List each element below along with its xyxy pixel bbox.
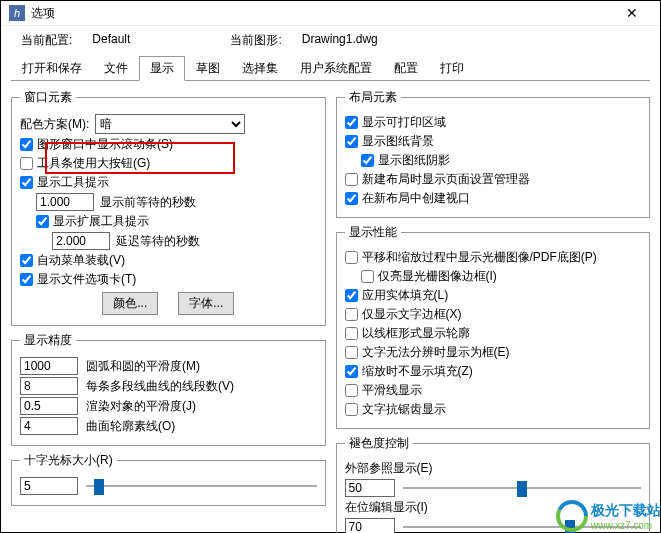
cb-text-frame-only[interactable] [345, 308, 358, 321]
cb-auto-menu-load[interactable] [20, 254, 33, 267]
tab-profiles[interactable]: 配置 [383, 56, 429, 81]
cb-antialias-text[interactable] [345, 403, 358, 416]
cb-paper-shadow[interactable] [361, 154, 374, 167]
lbl-show-file-tabs: 显示文件选项卡(T) [37, 271, 136, 288]
legend-display-precision: 显示精度 [20, 332, 76, 349]
lbl-text-frame-only: 仅显示文字边框(X) [362, 306, 462, 323]
options-dialog: h 选项 ✕ 当前配置: Default 当前图形: Drawing1.dwg … [0, 0, 661, 533]
input-render-smooth[interactable] [20, 397, 78, 415]
cb-large-buttons[interactable] [20, 157, 33, 170]
left-column: 窗口元素 配色方案(M): 暗 图形窗口中显示滚动条(S) 工具条使用大按钮(G… [11, 89, 326, 533]
lbl-inplace-fade: 在位编辑显示(I) [345, 499, 428, 516]
slider-xref-fade[interactable] [403, 479, 642, 497]
tab-print[interactable]: 打印 [429, 56, 475, 81]
group-crosshair: 十字光标大小(R) [11, 452, 326, 506]
input-xref-fade[interactable] [345, 479, 395, 497]
input-surface-contour[interactable] [20, 417, 78, 435]
tab-open-save[interactable]: 打开和保存 [11, 56, 93, 81]
legend-window-elements: 窗口元素 [20, 89, 76, 106]
legend-crosshair: 十字光标大小(R) [20, 452, 117, 469]
current-config-label: 当前配置: [21, 32, 72, 49]
current-drawing-value: Drawing1.dwg [302, 32, 378, 49]
color-scheme-select[interactable]: 暗 [95, 114, 245, 134]
cb-page-setup-mgr[interactable] [345, 173, 358, 186]
lbl-paper-shadow: 显示图纸阴影 [378, 152, 450, 169]
lbl-polyline-segs: 每条多段线曲线的线段数(V) [86, 378, 234, 395]
slider-inplace-thumb[interactable] [565, 520, 575, 533]
lbl-xref-fade: 外部参照显示(E) [345, 460, 433, 477]
legend-fade-control: 褪色度控制 [345, 435, 413, 452]
lbl-tooltips: 显示工具提示 [37, 174, 109, 191]
input-inplace-fade[interactable] [345, 518, 395, 533]
titlebar: h 选项 ✕ [1, 1, 660, 26]
right-column: 布局元素 显示可打印区域 显示图纸背景 显示图纸阴影 新建布局时显示页面设置管理… [336, 89, 651, 533]
lbl-solid-fill: 应用实体填充(L) [362, 287, 449, 304]
close-button[interactable]: ✕ [612, 1, 652, 25]
lbl-ext-tooltip-delay: 延迟等待的秒数 [116, 233, 200, 250]
app-icon: h [9, 5, 25, 21]
cb-create-viewport[interactable] [345, 192, 358, 205]
window-title: 选项 [31, 5, 612, 22]
btn-colors[interactable]: 颜色... [102, 292, 158, 315]
lbl-print-area: 显示可打印区域 [362, 114, 446, 131]
input-polyline-segs[interactable] [20, 377, 78, 395]
cb-smooth-line[interactable] [345, 384, 358, 397]
lbl-tooltip-seconds: 显示前等待的秒数 [100, 194, 196, 211]
group-window-elements: 窗口元素 配色方案(M): 暗 图形窗口中显示滚动条(S) 工具条使用大按钮(G… [11, 89, 326, 326]
lbl-page-setup-mgr: 新建布局时显示页面设置管理器 [362, 171, 530, 188]
tab-user-prefs[interactable]: 用户系统配置 [289, 56, 383, 81]
lbl-scrollbar: 图形窗口中显示滚动条(S) [37, 136, 173, 153]
cb-solid-fill[interactable] [345, 289, 358, 302]
slider-inplace-fade[interactable] [403, 518, 642, 533]
cb-no-fill-on-zoom[interactable] [345, 365, 358, 378]
lbl-antialias-text: 文字抗锯齿显示 [362, 401, 446, 418]
lbl-wireframe-silhouette: 以线框形式显示轮廓 [362, 325, 470, 342]
tab-selection[interactable]: 选择集 [231, 56, 289, 81]
cb-wireframe-silhouette[interactable] [345, 327, 358, 340]
header-row: 当前配置: Default 当前图形: Drawing1.dwg [11, 28, 650, 53]
lbl-arc-smooth: 圆弧和圆的平滑度(M) [86, 358, 200, 375]
cb-highlight-raster-only[interactable] [361, 270, 374, 283]
cb-pan-zoom-raster[interactable] [345, 251, 358, 264]
cb-paper-bg[interactable] [345, 135, 358, 148]
legend-layout-elements: 布局元素 [345, 89, 401, 106]
lbl-large-buttons: 工具条使用大按钮(G) [37, 155, 150, 172]
lbl-surface-contour: 曲面轮廓素线(O) [86, 418, 175, 435]
tab-panel-display: 窗口元素 配色方案(M): 暗 图形窗口中显示滚动条(S) 工具条使用大按钮(G… [11, 81, 650, 533]
tab-bar: 打开和保存 文件 显示 草图 选择集 用户系统配置 配置 打印 [11, 55, 650, 81]
lbl-no-fill-on-zoom: 缩放时不显示填充(Z) [362, 363, 473, 380]
lbl-dashed-unresolved: 文字无法分辨时显示为框(E) [362, 344, 510, 361]
cb-dashed-unresolved[interactable] [345, 346, 358, 359]
tab-files[interactable]: 文件 [93, 56, 139, 81]
input-crosshair-size[interactable] [20, 477, 78, 495]
lbl-auto-menu-load: 自动菜单装载(V) [37, 252, 125, 269]
input-arc-smooth[interactable] [20, 357, 78, 375]
tab-display[interactable]: 显示 [139, 56, 185, 81]
lbl-create-viewport: 在新布局中创建视口 [362, 190, 470, 207]
cb-ext-tooltips[interactable] [36, 215, 49, 228]
lbl-smooth-line: 平滑线显示 [362, 382, 422, 399]
group-display-perf: 显示性能 平移和缩放过程中显示光栅图像/PDF底图(P) 仅亮显光栅图像边框(I… [336, 224, 651, 429]
tab-drafting[interactable]: 草图 [185, 56, 231, 81]
color-scheme-label: 配色方案(M): [20, 116, 89, 133]
slider-crosshair-thumb[interactable] [94, 479, 104, 495]
cb-scrollbar[interactable] [20, 138, 33, 151]
input-tooltip-seconds[interactable] [36, 193, 94, 211]
cb-tooltips[interactable] [20, 176, 33, 189]
slider-xref-thumb[interactable] [517, 481, 527, 497]
group-fade-control: 褪色度控制 外部参照显示(E) 在位编辑显示(I) [336, 435, 651, 533]
input-ext-tooltip-delay[interactable] [52, 232, 110, 250]
slider-crosshair[interactable] [86, 477, 317, 495]
btn-fonts[interactable]: 字体... [178, 292, 234, 315]
lbl-render-smooth: 渲染对象的平滑度(J) [86, 398, 196, 415]
lbl-paper-bg: 显示图纸背景 [362, 133, 434, 150]
current-config-value: Default [92, 32, 130, 49]
cb-print-area[interactable] [345, 116, 358, 129]
legend-display-perf: 显示性能 [345, 224, 401, 241]
cb-show-file-tabs[interactable] [20, 273, 33, 286]
lbl-highlight-raster-only: 仅亮显光栅图像边框(I) [378, 268, 497, 285]
lbl-pan-zoom-raster: 平移和缩放过程中显示光栅图像/PDF底图(P) [362, 249, 597, 266]
group-display-precision: 显示精度 圆弧和圆的平滑度(M) 每条多段线曲线的线段数(V) 渲染对象的平滑度… [11, 332, 326, 446]
lbl-ext-tooltips: 显示扩展工具提示 [53, 213, 149, 230]
current-drawing-label: 当前图形: [230, 32, 281, 49]
